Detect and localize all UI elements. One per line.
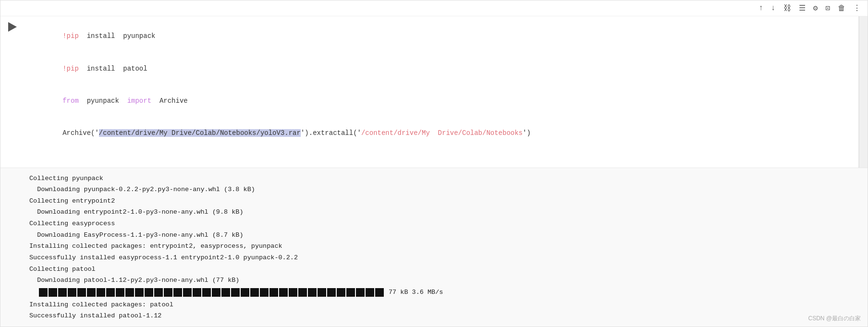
progress-block — [97, 288, 105, 297]
progress-block — [289, 288, 297, 297]
output-line-9: Collecting patool — [29, 264, 860, 275]
progress-block — [337, 288, 345, 297]
progress-block — [116, 288, 124, 297]
code-token: !pip — [62, 32, 79, 40]
progress-bar-row: 77 kB 3.6 MB/s — [29, 287, 860, 298]
progress-block — [375, 288, 384, 297]
cell-body: !pip install pyunpack !pip install patoo… — [0, 16, 868, 168]
progress-block — [327, 288, 336, 297]
output-line-5: Collecting easyprocess — [29, 218, 860, 230]
progress-block — [308, 288, 317, 297]
code-line-1: !pip install pyunpack — [30, 20, 853, 52]
run-button-area — [0, 16, 24, 168]
progress-block — [154, 288, 163, 297]
progress-block — [193, 288, 201, 297]
code-token: ').extractall(' — [301, 129, 361, 137]
code-token-dest: /content/drive/My Drive/Colab/Notebooks — [361, 129, 523, 137]
progress-block — [318, 288, 326, 297]
output-line-7: Installing collected packages: entrypoin… — [29, 241, 860, 252]
progress-block — [250, 288, 259, 297]
progress-block — [202, 288, 211, 297]
progress-block — [173, 288, 182, 297]
progress-block — [49, 288, 57, 297]
code-token-from: from — [62, 97, 79, 105]
expand-icon[interactable]: ⊡ — [823, 2, 832, 14]
code-line-2: !pip install patool — [30, 52, 853, 85]
progress-block — [106, 288, 115, 297]
output-line-4: Downloading entrypoint2-1.0-py3-none-any… — [29, 206, 860, 218]
notebook-cell: ↑ ↓ ⛓ ☰ ⚙ ⊡ 🗑 ⋮ !pip install pyunpack !p… — [0, 0, 868, 327]
output-line-12: Successfully installed patool-1.12 — [29, 310, 860, 322]
code-token: ') — [523, 129, 531, 137]
progress-block — [221, 288, 230, 297]
progress-block — [77, 288, 86, 297]
progress-bar — [39, 288, 384, 297]
code-token-import: import — [127, 97, 151, 105]
code-line-4: Archive('/content/drive/My Drive/Colab/N… — [30, 117, 853, 149]
progress-block — [87, 288, 96, 297]
output-line-11: Installing collected packages: patool — [29, 299, 860, 311]
move-down-icon[interactable]: ↓ — [769, 3, 778, 13]
progress-block — [366, 288, 374, 297]
progress-block — [346, 288, 355, 297]
more-icon[interactable]: ⋮ — [851, 2, 863, 14]
output-line-10: Downloading patool-1.12-py2.py3-none-any… — [29, 275, 860, 286]
progress-block — [212, 288, 220, 297]
watermark: CSDN @最白の白家 — [808, 315, 861, 323]
side-panel — [859, 16, 868, 168]
progress-block — [298, 288, 307, 297]
progress-block — [39, 288, 48, 297]
progress-block — [231, 288, 240, 297]
output-line-3: Collecting entrypoint2 — [29, 195, 860, 207]
move-up-icon[interactable]: ↑ — [757, 3, 766, 13]
output-line-8: Successfully installed easyprocess-1.1 e… — [29, 252, 860, 264]
link-icon[interactable]: ⛓ — [782, 3, 793, 14]
settings-icon[interactable]: ⚙ — [811, 2, 820, 14]
progress-label: 77 kB 3.6 MB/s — [389, 287, 443, 298]
cell-toolbar: ↑ ↓ ⛓ ☰ ⚙ ⊡ 🗑 ⋮ — [0, 0, 868, 16]
delete-icon[interactable]: 🗑 — [836, 3, 847, 14]
code-token: install pyunpack — [79, 32, 156, 40]
run-button[interactable] — [6, 20, 19, 34]
code-token: pyunpack — [79, 97, 127, 105]
progress-block — [269, 288, 278, 297]
menu-icon[interactable]: ☰ — [797, 2, 807, 14]
output-line-1: Collecting pyunpack — [29, 173, 860, 184]
output-line-2: Downloading pyunpack-0.2.2-py2.py3-none-… — [29, 184, 860, 195]
code-editor[interactable]: !pip install pyunpack !pip install patoo… — [24, 16, 859, 168]
progress-block — [260, 288, 269, 297]
code-line-3: from pyunpack import Archive — [30, 85, 853, 117]
run-triangle-icon — [8, 22, 17, 32]
progress-block — [279, 288, 288, 297]
progress-block — [145, 288, 153, 297]
progress-block — [183, 288, 192, 297]
code-token: Archive — [151, 97, 188, 105]
progress-block — [125, 288, 134, 297]
progress-block — [241, 288, 249, 297]
code-token: !pip — [62, 65, 79, 73]
code-token: install patool — [79, 65, 147, 73]
code-token: Archive(' — [62, 129, 99, 137]
progress-block — [58, 288, 67, 297]
output-area: Collecting pyunpack Downloading pyunpack… — [0, 168, 868, 327]
progress-block — [164, 288, 172, 297]
code-token-path: /content/drive/My Drive/Colab/Notebooks/… — [99, 129, 301, 137]
progress-block — [135, 288, 144, 297]
output-line-6: Downloading EasyProcess-1.1-py3-none-any… — [29, 230, 860, 241]
progress-block — [68, 288, 76, 297]
progress-block — [356, 288, 365, 297]
